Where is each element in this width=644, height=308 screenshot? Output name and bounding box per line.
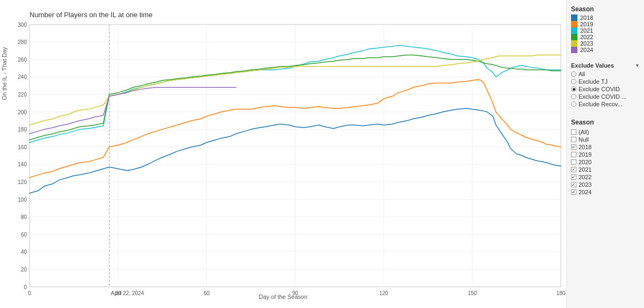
svg-text:240: 240: [18, 74, 27, 80]
sidebar: Season 2018 2019 2021 2022 2023: [566, 0, 644, 308]
filter-option-covid[interactable]: Exclude COVID: [571, 86, 640, 92]
chart-svg: 0204060801001201401601802002202402602803…: [30, 23, 561, 288]
svg-text:140: 140: [18, 162, 27, 167]
chart-area: Number of Players on the IL at one time …: [0, 0, 566, 308]
svg-text:0: 0: [24, 284, 27, 290]
legend-color-2023: [571, 40, 577, 47]
season-2020[interactable]: 2020: [571, 159, 640, 165]
season-label-2020: 2020: [579, 159, 591, 165]
svg-text:260: 260: [18, 57, 27, 63]
exclude-filter-title[interactable]: Exclude Values ▼: [571, 62, 640, 69]
season-filter-section: Season (All) Null ✓ 2018 2019 2020: [571, 119, 640, 195]
filter-label-all: All: [579, 71, 585, 77]
season-all[interactable]: (All): [571, 129, 640, 135]
checkbox-2022[interactable]: ✓: [571, 174, 576, 180]
radio-tj[interactable]: [571, 79, 576, 84]
radio-all[interactable]: [571, 71, 576, 77]
filter-option-all[interactable]: All: [571, 71, 640, 77]
checkbox-2020[interactable]: [571, 159, 576, 165]
filter-label-covid: Exclude COVID: [579, 86, 620, 92]
radio-covid2[interactable]: [571, 94, 576, 99]
legend-label-2019: 2019: [580, 21, 593, 27]
svg-text:120: 120: [18, 179, 27, 185]
legend-color-2018: [571, 14, 577, 21]
legend-color-2021: [571, 27, 577, 34]
legend-item-2024: 2024: [571, 47, 640, 53]
checkbox-null[interactable]: [571, 137, 576, 142]
checkbox-all[interactable]: [571, 129, 576, 135]
radio-recov[interactable]: [571, 101, 576, 107]
svg-text:280: 280: [18, 39, 27, 45]
checkbox-2019[interactable]: [571, 152, 576, 157]
legend-item-2023: 2023: [571, 40, 640, 47]
chart-title: Number of Players on the IL at one time: [30, 11, 561, 19]
exclude-filter-section: Exclude Values ▼ All Exclude TJ Exclude …: [571, 62, 640, 107]
checkbox-2021[interactable]: ✓: [571, 167, 576, 172]
filter-label-recov: Exclude Recov...: [579, 101, 623, 107]
season-label-all: (All): [579, 129, 589, 135]
season-2021[interactable]: ✓ 2021: [571, 166, 640, 173]
svg-text:180: 180: [557, 290, 566, 296]
svg-text:120: 120: [379, 290, 389, 296]
svg-text:20: 20: [21, 267, 27, 273]
season-2023[interactable]: ✓ 2023: [571, 181, 640, 188]
checkbox-2018[interactable]: ✓: [571, 144, 576, 150]
season-label-2021: 2021: [579, 166, 591, 173]
exclude-filter-label: Exclude Values: [571, 62, 614, 69]
season-label-2018: 2018: [579, 144, 591, 150]
svg-text:100: 100: [18, 197, 27, 203]
legend-item-2018: 2018: [571, 14, 640, 21]
legend-item-2021: 2021: [571, 27, 640, 34]
season-label-2019: 2019: [579, 151, 591, 158]
svg-text:80: 80: [21, 214, 27, 220]
filter-option-recov[interactable]: Exclude Recov...: [571, 101, 640, 107]
svg-text:April 22, 2024: April 22, 2024: [111, 290, 144, 296]
legend-section: Season 2018 2019 2021 2022 2023: [571, 5, 640, 53]
legend-label-2023: 2023: [580, 40, 593, 47]
season-null[interactable]: Null: [571, 136, 640, 143]
filter-option-tj[interactable]: Exclude TJ: [571, 78, 640, 85]
svg-text:300: 300: [18, 22, 27, 28]
legend-color-2022: [571, 34, 577, 40]
svg-text:40: 40: [21, 249, 27, 255]
season-2018[interactable]: ✓ 2018: [571, 144, 640, 150]
legend-item-2019: 2019: [571, 21, 640, 27]
checkbox-2023[interactable]: ✓: [571, 182, 576, 187]
legend-color-2019: [571, 21, 577, 27]
season-filter-title: Season: [571, 119, 640, 126]
svg-text:180: 180: [18, 127, 27, 133]
season-2019[interactable]: 2019: [571, 151, 640, 158]
season-label-2023: 2023: [579, 181, 591, 188]
legend-label-2018: 2018: [580, 14, 593, 21]
svg-text:220: 220: [18, 92, 27, 98]
dropdown-arrow-icon: ▼: [635, 63, 640, 68]
svg-text:60: 60: [203, 290, 210, 296]
svg-text:200: 200: [18, 109, 27, 115]
svg-text:0: 0: [28, 290, 31, 296]
svg-text:160: 160: [18, 144, 27, 150]
legend-label-2022: 2022: [580, 34, 593, 40]
legend-title: Season: [571, 5, 640, 13]
season-label-null: Null: [579, 136, 589, 143]
y-axis-label: On the IL - That Day: [1, 47, 8, 100]
season-label-2024: 2024: [579, 189, 591, 195]
season-label-2022: 2022: [579, 174, 591, 180]
main-container: Number of Players on the IL at one time …: [0, 0, 644, 308]
svg-text:150: 150: [468, 290, 477, 296]
checkbox-2024[interactable]: ✓: [571, 189, 576, 195]
x-axis-label: Day of the Season: [259, 294, 308, 300]
svg-text:60: 60: [21, 232, 27, 238]
legend-item-2022: 2022: [571, 34, 640, 40]
filter-label-covid2: Exclude COVID ...: [579, 93, 626, 100]
legend-label-2024: 2024: [580, 47, 593, 53]
season-2022[interactable]: ✓ 2022: [571, 174, 640, 180]
legend-label-2021: 2021: [580, 27, 593, 34]
legend-color-2024: [571, 47, 577, 53]
filter-label-tj: Exclude TJ: [579, 78, 608, 85]
filter-option-covid2[interactable]: Exclude COVID ...: [571, 93, 640, 100]
season-2024[interactable]: ✓ 2024: [571, 189, 640, 195]
radio-covid[interactable]: [571, 86, 576, 92]
